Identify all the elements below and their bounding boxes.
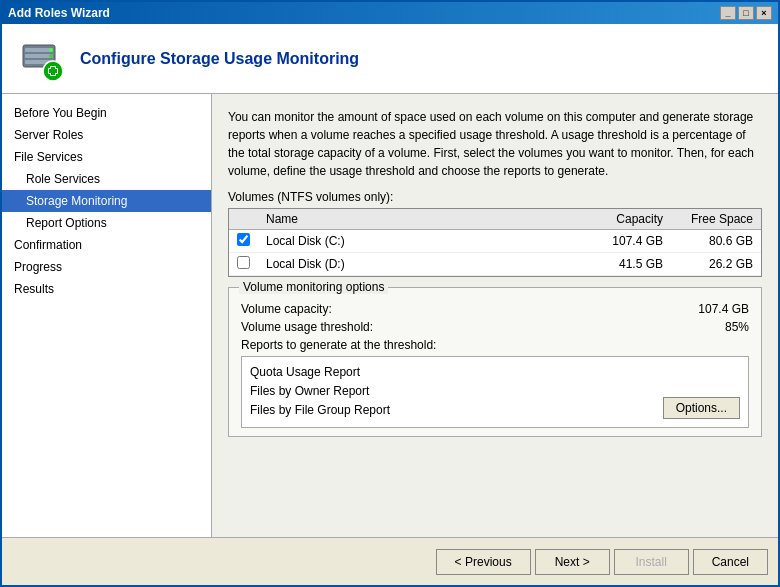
previous-button[interactable]: < Previous [436,549,531,575]
sidebar-item-server-roles[interactable]: Server Roles [2,124,211,146]
row2-name: Local Disk (D:) [258,253,581,276]
svg-rect-1 [25,48,53,52]
col-capacity: Capacity [581,209,671,230]
capacity-row: Volume capacity: 107.4 GB [241,302,749,316]
svg-rect-11 [49,69,57,73]
volumes-label: Volumes (NTFS volumes only): [228,190,762,204]
volumes-table-container: Name Capacity Free Space Local Disk (C:) [228,208,762,277]
capacity-value: 107.4 GB [698,302,749,316]
threshold-row: Volume usage threshold: 85% [241,320,749,334]
wizard-window: Add Roles Wizard _ □ × [0,0,780,587]
cancel-button[interactable]: Cancel [693,549,768,575]
sidebar-item-role-services[interactable]: Role Services [2,168,211,190]
col-name: Name [258,209,581,230]
svg-point-4 [49,48,53,52]
row1-name: Local Disk (C:) [258,230,581,253]
volumes-section: Volumes (NTFS volumes only): Name Capaci… [228,190,762,277]
threshold-label: Volume usage threshold: [241,320,373,334]
next-button[interactable]: Next > [535,549,610,575]
col-free-space: Free Space [671,209,761,230]
sidebar-item-results[interactable]: Results [2,278,211,300]
threshold-value: 85% [725,320,749,334]
reports-label: Reports to generate at the threshold: [241,338,749,352]
row2-free-space: 26.2 GB [671,253,761,276]
page-title: Configure Storage Usage Monitoring [80,50,359,68]
sidebar-item-report-options[interactable]: Report Options [2,212,211,234]
row2-checkbox[interactable] [237,256,250,269]
sidebar-item-file-services[interactable]: File Services [2,146,211,168]
table-row: Local Disk (C:) 107.4 GB 80.6 GB [229,230,761,253]
sidebar-item-storage-monitoring[interactable]: Storage Monitoring [2,190,211,212]
window-title: Add Roles Wizard [8,6,110,20]
header: Configure Storage Usage Monitoring [2,24,778,94]
svg-point-5 [49,54,53,58]
sidebar-item-progress[interactable]: Progress [2,256,211,278]
monitoring-options-box: Volume monitoring options Volume capacit… [228,287,762,437]
options-button[interactable]: Options... [663,397,740,419]
sidebar-item-confirmation[interactable]: Confirmation [2,234,211,256]
monitoring-legend: Volume monitoring options [239,280,388,294]
capacity-label: Volume capacity: [241,302,332,316]
row2-capacity: 41.5 GB [581,253,671,276]
description-text: You can monitor the amount of space used… [228,108,762,180]
sidebar: Before You Begin Server Roles File Servi… [2,94,212,537]
row1-checkbox-cell [229,230,258,253]
server-add-icon [17,35,65,83]
report-item-1: Quota Usage Report [250,363,740,382]
row1-capacity: 107.4 GB [581,230,671,253]
content-area: Before You Begin Server Roles File Servi… [2,94,778,537]
table-row: Local Disk (D:) 41.5 GB 26.2 GB [229,253,761,276]
install-button[interactable]: Install [614,549,689,575]
col-checkbox [229,209,258,230]
volumes-table: Name Capacity Free Space Local Disk (C:) [229,209,761,276]
close-button[interactable]: × [756,6,772,20]
main-content: You can monitor the amount of space used… [212,94,778,537]
row1-checkbox[interactable] [237,233,250,246]
minimize-button[interactable]: _ [720,6,736,20]
footer: < Previous Next > Install Cancel [2,537,778,585]
reports-box: Quota Usage Report Files by Owner Report… [241,356,749,428]
sidebar-item-before-you-begin[interactable]: Before You Begin [2,102,211,124]
maximize-button[interactable]: □ [738,6,754,20]
row1-free-space: 80.6 GB [671,230,761,253]
row2-checkbox-cell [229,253,258,276]
title-bar-buttons: _ □ × [720,6,772,20]
svg-rect-2 [25,54,53,58]
title-bar: Add Roles Wizard _ □ × [2,2,778,24]
